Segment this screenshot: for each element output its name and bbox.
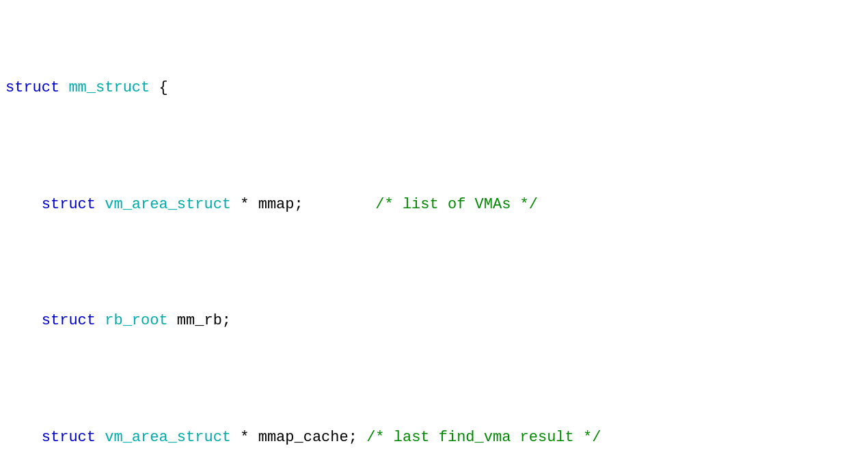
code-line-2: struct vm_area_struct * mmap; /* list of…: [5, 193, 863, 216]
keyword-struct: struct: [5, 79, 59, 96]
type-mm_struct: mm_struct: [68, 79, 150, 96]
annotation-svg: [0, 0, 868, 476]
code-line-4: struct vm_area_struct * mmap_cache; /* l…: [5, 426, 863, 449]
code-line-1: struct mm_struct {: [5, 76, 863, 100]
code-line-3: struct rb_root mm_rb;: [5, 309, 863, 333]
code-editor: struct mm_struct { struct vm_area_struct…: [0, 0, 868, 476]
